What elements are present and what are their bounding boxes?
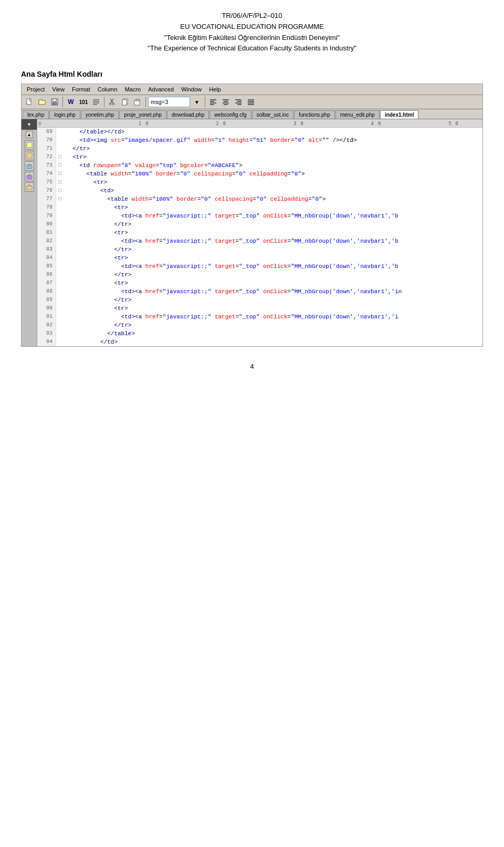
svg-rect-39	[27, 186, 32, 190]
toolbar-paste[interactable]	[132, 96, 143, 108]
code-container: ö 10 20 30 40 50 60 70 80 69	[37, 119, 482, 346]
tab-lex[interactable]: lex.php	[23, 110, 49, 119]
panel-icon-5[interactable]	[25, 182, 34, 192]
menu-project[interactable]: Project	[24, 85, 48, 94]
code-line-76: 76 □ <td>	[37, 187, 482, 195]
code-line-79: 79 <td><a href="javascript:;" target="_t…	[37, 212, 482, 220]
toolbar-align-center[interactable]	[220, 96, 232, 108]
tab-proje[interactable]: proje_yonet.php	[119, 110, 166, 119]
code-line-78: 78 <tr>	[37, 203, 482, 212]
menu-window[interactable]: Window	[178, 85, 205, 94]
svg-marker-40	[28, 184, 31, 186]
tab-functions[interactable]: functions.php	[294, 110, 335, 119]
code-line-75: 75 □ <tr>	[37, 178, 482, 187]
code-content: 69 </table></td> 70 <td><img src="images…	[37, 128, 482, 346]
code-line-80: 80 </tr>	[37, 220, 482, 229]
code-line-89: 89 </tr>	[37, 296, 482, 304]
svg-rect-35	[27, 165, 32, 169]
toolbar-align[interactable]	[90, 96, 102, 108]
toolbar-sep1	[62, 97, 63, 107]
scroll-up[interactable]: ▲	[26, 131, 33, 138]
code-line-86: 86 </tr>	[37, 271, 482, 279]
svg-rect-33	[27, 142, 32, 148]
code-line-90: 90 <tr>	[37, 304, 482, 313]
panel-icon-3[interactable]	[25, 161, 34, 171]
tab-solbar[interactable]: solbar_ust.inc	[252, 110, 294, 119]
left-panel-scroll: ▲	[22, 130, 37, 194]
toolbar-format2[interactable]: 101	[78, 96, 89, 108]
code-line-83: 83 </tr>	[37, 245, 482, 254]
code-line-74: 74 □ <table width="100%" border="0" cell…	[37, 170, 482, 178]
toolbar-align-right[interactable]	[233, 96, 244, 108]
svg-rect-37	[27, 175, 32, 179]
code-line-93: 93 </table>	[37, 329, 482, 338]
code-line-92: 92 </tr>	[37, 321, 482, 329]
toolbar-word[interactable]: W	[65, 96, 77, 108]
svg-rect-34	[27, 153, 32, 158]
toolbar-new[interactable]	[24, 96, 35, 108]
ruler: ö 10 20 30 40 50 60 70 80	[37, 119, 482, 128]
code-line-85: 85 <td><a href="javascript:;" target="_t…	[37, 262, 482, 271]
code-line-91: 91 <td><a href="javascript:;" target="_t…	[37, 313, 482, 321]
code-line-71: 71 </tr>	[37, 144, 482, 153]
code-line-84: 84 <tr>	[37, 254, 482, 262]
menu-help[interactable]: Help	[206, 85, 224, 94]
header-line3: "Teknik Eğitim Fakültesi Öğrencilerinin …	[148, 33, 356, 44]
menu-bar: Project View Format Column Macro Advance…	[22, 84, 482, 95]
svg-rect-3	[53, 99, 56, 101]
toolbar-copy[interactable]	[119, 96, 131, 108]
header-line1: TR/06/A/F/PL2–010	[148, 11, 356, 22]
menu-format[interactable]: Format	[69, 85, 93, 94]
section-title: Ana Sayfa Html Kodları	[21, 70, 102, 78]
toolbar-sep2	[104, 97, 104, 107]
code-line-70: 70 <td><img src="images/spacer.gif" widt…	[37, 136, 482, 144]
panel-icon-2[interactable]	[25, 151, 34, 160]
code-line-94: 94 </td>	[37, 338, 482, 346]
tab-download[interactable]: download.php	[167, 110, 209, 119]
toolbar-open[interactable]	[36, 96, 48, 108]
file-tabs: lex.php login.php yonetim.php proje_yone…	[22, 109, 482, 119]
menu-view[interactable]: View	[49, 85, 68, 94]
toolbar-sep4	[205, 97, 205, 107]
code-line-82: 82 <td><a href="javascript:;" target="_t…	[37, 237, 482, 245]
toolbar-dropdown[interactable]: ▼	[191, 96, 203, 108]
code-line-77: 77 □ <table width="100%" border="0" cell…	[37, 195, 482, 203]
tab-yonetim[interactable]: yonetim.php	[81, 110, 119, 119]
header-line2: EU VOCATIONAL EDUCATION PROGRAMME	[148, 22, 356, 33]
code-line-81: 81 <tr>	[37, 229, 482, 237]
code-line-88: 88 <td><a href="javascript:;" target="_t…	[37, 287, 482, 296]
code-line-72: 72 □ <tr>	[37, 153, 482, 161]
menu-column[interactable]: Column	[94, 85, 121, 94]
tab-webconfig[interactable]: webconfig.cfg	[209, 110, 251, 119]
svg-rect-16	[136, 99, 139, 101]
tab-index1[interactable]: index1.html	[380, 110, 419, 119]
menu-advanced[interactable]: Advanced	[145, 85, 177, 94]
svg-marker-36	[28, 163, 31, 165]
editor-area: ▼ ▲	[22, 119, 482, 346]
code-line-87: 87 <tr>	[37, 279, 482, 287]
header-section: TR/06/A/F/PL2–010 EU VOCATIONAL EDUCATIO…	[148, 11, 356, 54]
toolbar-justify[interactable]	[245, 96, 257, 108]
panel-icon-1[interactable]	[25, 140, 34, 150]
ide-window: Project View Format Column Macro Advance…	[21, 84, 483, 347]
toolbar: W 101 ▼	[22, 95, 482, 109]
svg-rect-4	[52, 102, 57, 105]
header-line4: "The Experience of Technical Education F…	[148, 43, 356, 54]
toolbar-save[interactable]	[49, 96, 60, 108]
code-line-73: 73 □ <td rowspan="8" valign="top" bgcolo…	[37, 161, 482, 170]
toolbar-align-left[interactable]	[207, 96, 219, 108]
svg-marker-38	[28, 174, 31, 175]
left-panel-top: ▼	[22, 119, 37, 130]
code-line-69: 69 </table></td>	[37, 128, 482, 136]
toolbar-cut[interactable]	[107, 96, 118, 108]
tab-menu-edit[interactable]: menu_edit.php	[335, 110, 380, 119]
tab-login[interactable]: login.php	[49, 110, 80, 119]
toolbar-sep3	[145, 97, 146, 107]
menu-macro[interactable]: Macro	[122, 85, 144, 94]
msg-input[interactable]	[148, 97, 190, 107]
left-panel: ▼ ▲	[22, 119, 37, 346]
svg-rect-14	[122, 100, 127, 105]
panel-icon-4[interactable]	[25, 172, 34, 181]
svg-rect-1	[39, 100, 45, 105]
page-number: 4	[250, 363, 254, 370]
